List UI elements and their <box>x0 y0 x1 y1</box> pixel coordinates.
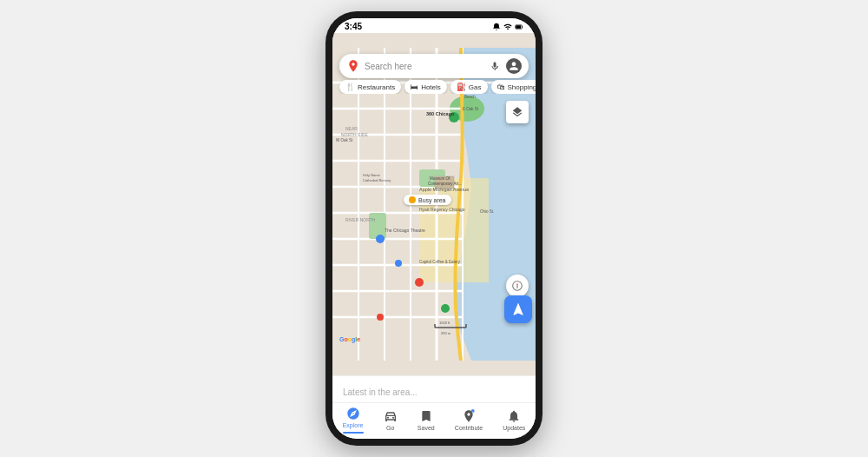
nav-item-go[interactable]: Go <box>378 409 403 431</box>
status-icons <box>492 23 523 31</box>
busy-indicator-dot <box>409 196 416 203</box>
saved-icon <box>419 409 433 423</box>
contribute-icon: + <box>462 409 476 423</box>
chip-label-gas: Gas <box>469 83 482 91</box>
maps-logo-icon <box>346 59 360 73</box>
svg-point-55 <box>516 285 518 287</box>
svg-text:1000 ft: 1000 ft <box>439 321 450 325</box>
svg-text:200 m: 200 m <box>441 331 451 335</box>
category-chips: 🍴 Restaurants 🛏 Hotels ⛽ Gas 🛍 Shopping <box>332 80 536 94</box>
chip-gas[interactable]: ⛽ Gas <box>450 80 488 94</box>
nav-item-explore[interactable]: Explore <box>338 407 369 434</box>
svg-text:Capitol Coffee & Eatery: Capitol Coffee & Eatery <box>419 260 461 264</box>
svg-text:The Chicago Theatre: The Chicago Theatre <box>385 228 425 233</box>
nav-label-saved: Saved <box>418 425 435 431</box>
battery-icon <box>515 23 523 31</box>
chip-label-hotels: Hotels <box>421 83 441 91</box>
busy-area-text: Busy area <box>418 197 446 203</box>
chip-shopping[interactable]: 🛍 Shopping <box>491 80 536 94</box>
svg-text:Contemporary Art...: Contemporary Art... <box>428 182 462 186</box>
bottom-nav: Explore Go Saved <box>332 402 536 439</box>
search-icons <box>487 58 522 74</box>
nav-label-go: Go <box>386 425 394 431</box>
compass-button[interactable] <box>506 275 529 297</box>
phone-screen: 3:45 <box>332 18 536 439</box>
navigate-icon <box>510 301 526 317</box>
svg-point-56 <box>387 417 389 419</box>
svg-text:W Oak St: W Oak St <box>336 138 353 142</box>
wifi-icon <box>503 23 512 31</box>
chip-restaurants[interactable]: 🍴 Restaurants <box>339 80 401 94</box>
svg-text:NEAR: NEAR <box>345 126 358 131</box>
nav-active-indicator <box>343 432 364 434</box>
svg-rect-2 <box>516 25 521 28</box>
svg-rect-1 <box>522 26 523 28</box>
status-bar: 3:45 <box>332 18 536 33</box>
nav-item-contribute[interactable]: + Contribute <box>450 409 488 431</box>
nav-item-updates[interactable]: Updates <box>497 409 530 431</box>
svg-point-29 <box>441 304 450 313</box>
layers-icon <box>511 106 523 118</box>
svg-point-27 <box>395 260 402 267</box>
search-container: Search here <box>332 50 536 82</box>
svg-text:E Oak St: E Oak St <box>463 107 479 111</box>
svg-text:Holy Name: Holy Name <box>363 173 381 177</box>
svg-point-28 <box>415 278 424 287</box>
explore-icon <box>346 407 360 421</box>
latest-text: Latest in the area... <box>343 387 418 397</box>
svg-text:Museum Of: Museum Of <box>430 176 450 181</box>
latest-panel: Latest in the area... <box>332 375 536 402</box>
svg-text:NORTH SIDE: NORTH SIDE <box>341 132 368 137</box>
nav-item-saved[interactable]: Saved <box>412 409 440 431</box>
svg-text:Hyatt Regency Chicago: Hyatt Regency Chicago <box>419 207 465 212</box>
chip-label-restaurants: Restaurants <box>358 83 395 91</box>
svg-text:360 Chicago: 360 Chicago <box>426 111 455 116</box>
shopping-icon: 🛍 <box>497 83 505 91</box>
svg-point-57 <box>392 417 394 419</box>
layers-button[interactable] <box>506 101 529 123</box>
map-area[interactable]: NEAR NORTH SIDE RIVER NORTH Apple Michig… <box>332 33 536 375</box>
mic-icon[interactable] <box>487 58 503 74</box>
svg-text:Google: Google <box>339 336 360 343</box>
user-avatar-icon[interactable] <box>506 58 522 74</box>
compass-icon <box>511 280 523 292</box>
search-bar[interactable]: Search here <box>339 54 529 78</box>
restaurants-icon: 🍴 <box>345 83 355 91</box>
svg-text:Apple Michigan Avenue: Apple Michigan Avenue <box>419 187 469 192</box>
notification-icon <box>492 23 501 31</box>
busy-area-label: Busy area <box>404 195 451 205</box>
hotels-icon: 🛏 <box>411 83 418 91</box>
go-icon <box>384 409 398 423</box>
updates-icon <box>507 409 521 423</box>
status-time: 3:45 <box>345 22 362 31</box>
svg-text:Beach: Beach <box>464 95 476 99</box>
svg-text:Ohio St.: Ohio St. <box>480 209 494 214</box>
search-placeholder[interactable]: Search here <box>365 62 483 71</box>
nav-label-updates: Updates <box>503 425 525 431</box>
chip-label-shopping: Shopping <box>508 83 536 91</box>
chip-hotels[interactable]: 🛏 Hotels <box>404 80 447 94</box>
svg-point-30 <box>377 314 384 321</box>
svg-text:RIVER NORTH: RIVER NORTH <box>345 217 376 222</box>
gas-icon: ⛽ <box>457 83 466 91</box>
nav-label-contribute: Contribute <box>455 425 483 431</box>
svg-text:Cathedral Rectory: Cathedral Rectory <box>363 178 391 182</box>
svg-point-54 <box>352 63 354 65</box>
phone-device: 3:45 <box>326 11 542 446</box>
navigate-button[interactable] <box>504 295 532 323</box>
nav-label-explore: Explore <box>343 422 364 428</box>
svg-point-26 <box>376 235 385 243</box>
